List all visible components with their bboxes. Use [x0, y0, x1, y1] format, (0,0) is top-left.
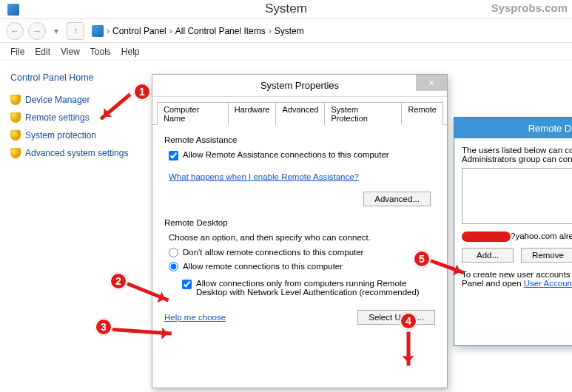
sidebar-link-advanced-system-settings[interactable]: Advanced system settings — [10, 148, 136, 158]
tab-hardware[interactable]: Hardware — [228, 102, 277, 125]
chevron-right-icon: › — [269, 26, 272, 36]
breadcrumb: › Control Panel › All Control Panel Item… — [92, 25, 304, 37]
forward-button[interactable]: → — [28, 22, 46, 40]
checkbox-label: Allow Remote Assistance connections to t… — [183, 150, 389, 159]
create-accounts-text: To create new user accounts or ad Panel … — [462, 270, 572, 288]
menu-file[interactable]: File — [10, 47, 24, 57]
dialog-body: Remote Assistance Allow Remote Assistanc… — [152, 125, 447, 332]
remote-assistance-group: Remote Assistance — [164, 135, 435, 144]
close-button[interactable]: × — [416, 75, 447, 91]
dont-allow-remote-input[interactable] — [169, 248, 178, 257]
tab-remote[interactable]: Remote — [401, 102, 443, 125]
allow-remote-assistance-input[interactable] — [169, 151, 178, 160]
system-icon — [7, 4, 19, 16]
remote-desktop-intro: Choose an option, and then specify who c… — [169, 233, 435, 242]
tab-advanced[interactable]: Advanced — [275, 102, 325, 125]
remove-button[interactable]: Remove — [521, 248, 572, 263]
chevron-right-icon: › — [107, 26, 110, 36]
menu-view[interactable]: View — [61, 47, 80, 57]
crumb-control-panel[interactable]: Control Panel — [112, 26, 166, 36]
remote-desktop-users-dialog: Remote D The users listed below can conn… — [454, 117, 572, 346]
annotation-3: 3 — [95, 318, 112, 336]
up-button[interactable]: ↑ — [67, 22, 84, 40]
create-line2: Panel and open — [462, 279, 524, 288]
menu-edit[interactable]: Edit — [35, 47, 50, 57]
window-titlebar: System Sysprobs.com — [0, 0, 572, 19]
users-intro-text: The users listed below can connect the A… — [462, 146, 572, 163]
crumb-system[interactable]: System — [275, 26, 304, 36]
watermark: Sysprobs.com — [491, 1, 568, 14]
menubar: File Edit View Tools Help — [0, 43, 572, 61]
remote-desktop-group: Remote Desktop — [164, 218, 435, 227]
link-label: Advanced system settings — [25, 148, 128, 158]
chevron-right-icon: › — [169, 26, 172, 36]
nla-checkbox[interactable]: Allow connections only from computers ru… — [182, 279, 435, 297]
create-line1: To create new user accounts or ad — [462, 270, 572, 279]
crumb-all-items[interactable]: All Control Panel Items — [175, 26, 266, 36]
tab-system-protection[interactable]: System Protection — [324, 102, 402, 125]
allow-remote-input[interactable] — [169, 262, 178, 271]
shield-icon — [10, 148, 21, 158]
advanced-button[interactable]: Advanced... — [363, 192, 431, 206]
shield-icon — [10, 130, 21, 141]
annotation-2: 2 — [110, 272, 127, 290]
radio-label: Don't allow remote connections to this c… — [183, 248, 363, 257]
control-panel-icon — [92, 25, 104, 37]
sidebar-link-system-protection[interactable]: System protection — [10, 130, 136, 141]
sidebar: Control Panel Home Device Manager Remote… — [0, 62, 141, 166]
link-label: Remote settings — [25, 112, 90, 123]
allow-remote-radio[interactable]: Allow remote connections to this compute… — [169, 262, 435, 271]
sidebar-link-remote-settings[interactable]: Remote settings — [10, 112, 136, 123]
sidebar-link-device-manager[interactable]: Device Manager — [10, 95, 136, 105]
menu-tools[interactable]: Tools — [90, 47, 111, 57]
allow-remote-assistance-checkbox[interactable]: Allow Remote Assistance connections to t… — [169, 150, 435, 160]
dialog-title-text: System Properties — [260, 80, 339, 91]
back-button[interactable]: ← — [6, 22, 24, 40]
redaction-blob — [462, 232, 511, 242]
shield-icon — [10, 112, 21, 123]
history-dropdown[interactable]: ▾ — [50, 22, 62, 40]
dialog-title: System Properties × — [152, 75, 447, 97]
dont-allow-remote-radio[interactable]: Don't allow remote connections to this c… — [169, 248, 435, 257]
shield-icon — [10, 95, 21, 105]
window-title: System — [265, 1, 307, 16]
control-panel-home-link[interactable]: Control Panel Home — [10, 72, 136, 83]
annotation-number: 2 — [110, 272, 127, 290]
masked-user-text: ?yahoo.com already h — [511, 232, 572, 240]
address-bar: ← → ▾ ↑ › Control Panel › All Control Pa… — [0, 19, 572, 43]
menu-help[interactable]: Help — [121, 47, 140, 57]
add-button[interactable]: Add... — [462, 248, 514, 263]
nla-input[interactable] — [182, 280, 192, 289]
link-label: System protection — [25, 130, 96, 141]
annotation-number: 3 — [95, 318, 112, 336]
select-users-button[interactable]: Select Users... — [357, 310, 435, 325]
users-listbox[interactable] — [462, 168, 572, 224]
system-properties-dialog: System Properties × Computer Name Hardwa… — [152, 74, 448, 388]
radio-label: Allow remote connections to this compute… — [183, 262, 343, 271]
help-me-choose-link[interactable]: Help me choose — [164, 313, 226, 322]
dialog2-body: The users listed below can connect the A… — [454, 138, 572, 295]
user-accounts-link[interactable]: User Accounts — [524, 279, 572, 288]
tab-computer-name[interactable]: Computer Name — [157, 102, 229, 125]
what-happens-link[interactable]: What happens when I enable Remote Assist… — [169, 172, 359, 181]
link-label: Device Manager — [25, 95, 90, 105]
checkbox-label: Allow connections only from computers ru… — [196, 279, 435, 297]
tab-strip: Computer Name Hardware Advanced System P… — [152, 97, 447, 125]
dialog2-title: Remote D — [454, 118, 572, 138]
